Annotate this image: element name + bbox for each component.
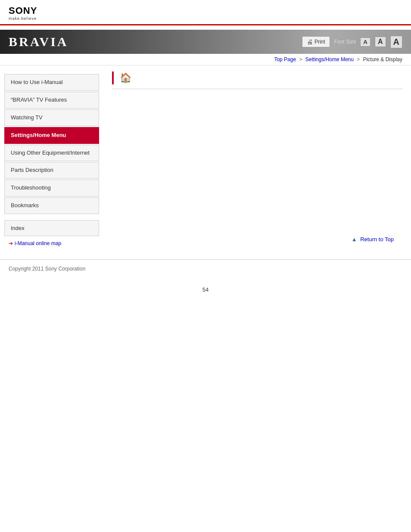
font-size-label: Font Size: [334, 39, 356, 45]
online-map-label: i-Manual online map: [15, 240, 61, 246]
sidebar-nav: How to Use i-Manual“BRAVIA” TV FeaturesW…: [4, 74, 99, 214]
main-container: How to Use i-Manual“BRAVIA” TV FeaturesW…: [0, 65, 411, 255]
sidebar-item-troubleshooting[interactable]: Troubleshooting: [4, 180, 99, 196]
print-label: Print: [314, 39, 325, 45]
breadcrumb-sep-1: >: [299, 56, 302, 62]
return-top-bar: ▲ Return to Top: [112, 231, 402, 247]
bravia-banner: BRAVIA 🖨 Print Font Size A A A: [0, 30, 411, 54]
bravia-title: BRAVIA: [9, 34, 68, 49]
font-large-button[interactable]: A: [390, 36, 402, 48]
print-button[interactable]: 🖨 Print: [302, 36, 330, 47]
logo-area: SONY make.believe: [0, 0, 411, 25]
font-medium-button[interactable]: A: [375, 37, 386, 47]
sidebar-item-how-to-use[interactable]: How to Use i-Manual: [4, 74, 99, 91]
red-bar: [112, 72, 114, 84]
footer: Copyright 2011 Sony Corporation: [0, 259, 411, 278]
page-number: 54: [0, 278, 411, 302]
sidebar: How to Use i-Manual“BRAVIA” TV FeaturesW…: [0, 65, 103, 255]
return-to-top-link[interactable]: ▲ Return to Top: [352, 236, 394, 243]
breadcrumb-top-page[interactable]: Top Page: [274, 56, 296, 62]
sidebar-item-using-other[interactable]: Using Other Equipment/Internet: [4, 145, 99, 162]
sidebar-item-bookmarks[interactable]: Bookmarks: [4, 197, 99, 214]
content-header: 🏠: [112, 65, 402, 89]
copyright-text: Copyright 2011 Sony Corporation: [9, 266, 85, 272]
sidebar-item-parts-description[interactable]: Parts Description: [4, 162, 99, 179]
banner-controls: 🖨 Print Font Size A A A: [302, 36, 402, 48]
font-small-button[interactable]: A: [360, 37, 371, 47]
breadcrumb-sep-2: >: [357, 56, 360, 62]
sony-tagline: make.believe: [9, 16, 402, 21]
arrow-icon: ➔: [9, 240, 13, 246]
breadcrumb-current: Picture & Display: [363, 56, 402, 62]
breadcrumb: Top Page > Settings/Home Menu > Picture …: [0, 54, 411, 65]
sidebar-item-settings-home-menu[interactable]: Settings/Home Menu: [4, 127, 99, 144]
return-top-label: Return to Top: [360, 236, 394, 243]
sony-logo: SONY: [9, 5, 402, 16]
sidebar-item-watching-tv[interactable]: Watching TV: [4, 109, 99, 126]
index-label: Index: [11, 225, 25, 231]
print-icon: 🖨: [307, 38, 313, 45]
online-map-link[interactable]: ➔ i-Manual online map: [4, 240, 99, 246]
content-body: [112, 93, 402, 223]
content-area: 🏠 ▲ Return to Top: [103, 65, 411, 255]
sidebar-item-index[interactable]: Index: [4, 220, 99, 236]
breadcrumb-settings-menu[interactable]: Settings/Home Menu: [305, 56, 354, 62]
triangle-up-icon: ▲: [352, 236, 357, 243]
sidebar-item-bravia-features[interactable]: “BRAVIA” TV Features: [4, 92, 99, 109]
home-icon: 🏠: [120, 72, 131, 84]
